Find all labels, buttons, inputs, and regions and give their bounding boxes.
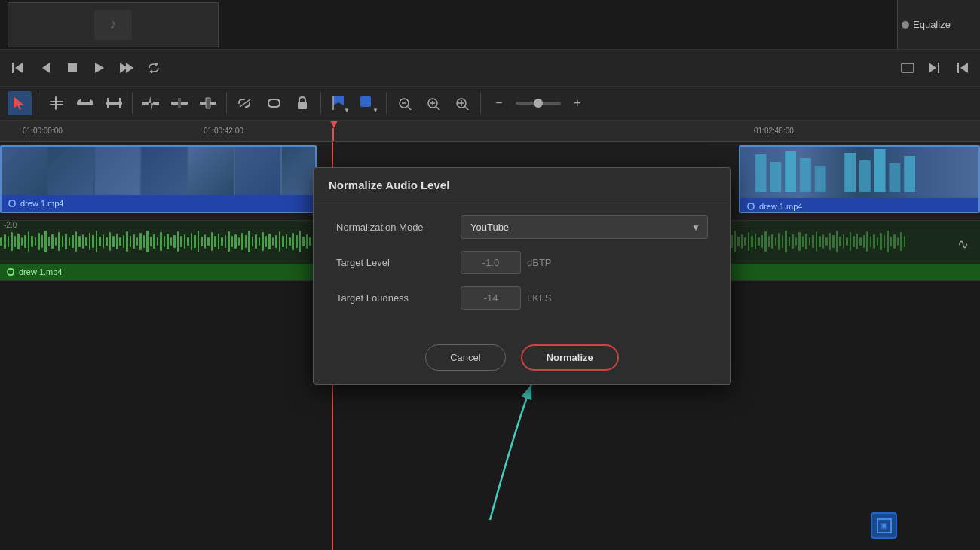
svg-rect-122 xyxy=(228,231,230,252)
svg-rect-299 xyxy=(829,233,831,250)
next-frame-button[interactable] xyxy=(116,57,137,78)
video-clip-left[interactable]: drew 1.mp4 xyxy=(0,145,317,213)
svg-rect-97 xyxy=(143,235,145,248)
normalize-dialog: Normalize Audio Level Normalization Mode… xyxy=(313,167,731,385)
svg-marker-4 xyxy=(95,63,104,73)
svg-rect-33 xyxy=(360,96,371,107)
video-clip-right[interactable]: drew 1.mp4 xyxy=(739,145,980,213)
clip-label-bar-right: drew 1.mp4 xyxy=(740,198,978,213)
svg-rect-115 xyxy=(204,234,206,249)
prev-start-button[interactable] xyxy=(8,57,29,78)
preview-area: ♪ Equalize xyxy=(0,0,980,49)
svg-rect-23 xyxy=(153,102,159,105)
svg-rect-45 xyxy=(755,154,767,192)
dialog-title: Normalize Audio Level xyxy=(329,179,449,191)
svg-rect-272 xyxy=(737,237,740,246)
flag-blue-button[interactable]: ▼ xyxy=(327,91,351,115)
link-button[interactable] xyxy=(262,91,286,115)
svg-rect-11 xyxy=(957,63,959,73)
svg-rect-79 xyxy=(82,234,84,249)
svg-rect-72 xyxy=(58,232,60,251)
svg-rect-70 xyxy=(51,234,54,249)
cancel-button[interactable]: Cancel xyxy=(425,344,505,371)
link-audio-icon xyxy=(6,267,15,277)
plus-button[interactable]: + xyxy=(565,91,590,115)
svg-rect-54 xyxy=(904,156,915,192)
playhead-indicator xyxy=(330,121,338,142)
time-marker-1: 01:00:00:00 xyxy=(23,127,63,135)
svg-rect-77 xyxy=(75,231,77,252)
svg-rect-316 xyxy=(887,231,889,252)
svg-rect-57 xyxy=(8,236,9,247)
svg-marker-1 xyxy=(15,63,23,73)
target-level-input[interactable] xyxy=(461,251,521,274)
svg-rect-136 xyxy=(275,235,277,248)
fullscreen-button[interactable] xyxy=(897,57,918,78)
logo-badge: ▣ xyxy=(871,512,897,539)
overwrite-tool-button[interactable] xyxy=(167,91,191,115)
tool-separator-3 xyxy=(226,93,227,114)
svg-rect-111 xyxy=(191,233,192,250)
target-loudness-input[interactable] xyxy=(461,286,521,310)
tool-separator-5 xyxy=(386,93,387,114)
svg-rect-51 xyxy=(859,160,871,192)
replace-tool-button[interactable] xyxy=(196,91,220,115)
zoom-fit-button[interactable] xyxy=(450,91,474,115)
svg-rect-297 xyxy=(822,234,824,249)
zoom-slider[interactable] xyxy=(516,102,561,105)
svg-rect-140 xyxy=(289,237,291,246)
svg-rect-320 xyxy=(900,232,902,251)
zoom-in-button[interactable] xyxy=(421,91,446,115)
svg-rect-75 xyxy=(69,237,70,246)
svg-rect-288 xyxy=(792,234,794,249)
svg-rect-92 xyxy=(126,231,128,252)
svg-rect-276 xyxy=(751,236,753,247)
prev-edit-button[interactable] xyxy=(951,57,972,78)
zoom-slider-thumb[interactable] xyxy=(534,99,543,108)
teal-arrow-annotation xyxy=(415,362,565,527)
slip-tool-button[interactable] xyxy=(73,91,97,115)
svg-rect-319 xyxy=(897,237,899,246)
tools-bar: ▼ ▼ − + xyxy=(0,87,980,121)
svg-rect-73 xyxy=(62,236,63,247)
normalize-button[interactable]: Normalize xyxy=(521,344,619,371)
svg-rect-308 xyxy=(859,237,862,246)
svg-marker-28 xyxy=(206,98,210,108)
flag-fill-button[interactable]: ▼ xyxy=(356,91,380,115)
lock-button[interactable] xyxy=(290,91,314,115)
svg-rect-30 xyxy=(298,102,307,109)
svg-line-38 xyxy=(436,107,440,110)
play-button[interactable] xyxy=(89,57,110,78)
target-level-input-group: dBTP xyxy=(461,251,708,274)
svg-rect-313 xyxy=(877,237,878,246)
trim-tool-button[interactable] xyxy=(44,91,69,115)
svg-rect-295 xyxy=(816,231,817,252)
zoom-out-button[interactable] xyxy=(393,91,417,115)
minus-button[interactable]: − xyxy=(487,91,511,115)
svg-rect-134 xyxy=(268,234,271,249)
target-loudness-label: Target Loudness xyxy=(336,292,453,304)
clip-right-thumbnails xyxy=(740,147,978,198)
svg-rect-275 xyxy=(748,232,749,251)
svg-rect-98 xyxy=(146,231,149,252)
svg-rect-87 xyxy=(109,232,111,251)
svg-rect-58 xyxy=(11,232,13,251)
svg-rect-48 xyxy=(800,158,811,192)
loop-button[interactable] xyxy=(143,57,164,78)
next-edit-button[interactable] xyxy=(924,57,945,78)
insert-tool-button[interactable] xyxy=(139,91,163,115)
timeline-ruler[interactable]: 01:00:00:00 01:00:42:00 01:02:48:00 xyxy=(0,121,980,142)
svg-rect-68 xyxy=(44,231,47,252)
unlink-button[interactable] xyxy=(233,91,257,115)
svg-rect-318 xyxy=(893,234,896,249)
prev-frame-button[interactable] xyxy=(35,57,56,78)
thumbnail-inner: ♪ xyxy=(94,10,132,40)
stop-button[interactable] xyxy=(62,57,83,78)
svg-rect-118 xyxy=(214,236,216,247)
normalization-mode-select[interactable]: YouTube Custom Broadcast (EBU R128) Appl… xyxy=(461,215,708,239)
svg-rect-74 xyxy=(65,234,67,249)
svg-rect-121 xyxy=(225,235,226,248)
razor-tool-button[interactable] xyxy=(102,91,126,115)
svg-rect-103 xyxy=(164,236,165,247)
select-tool-button[interactable] xyxy=(8,91,32,115)
